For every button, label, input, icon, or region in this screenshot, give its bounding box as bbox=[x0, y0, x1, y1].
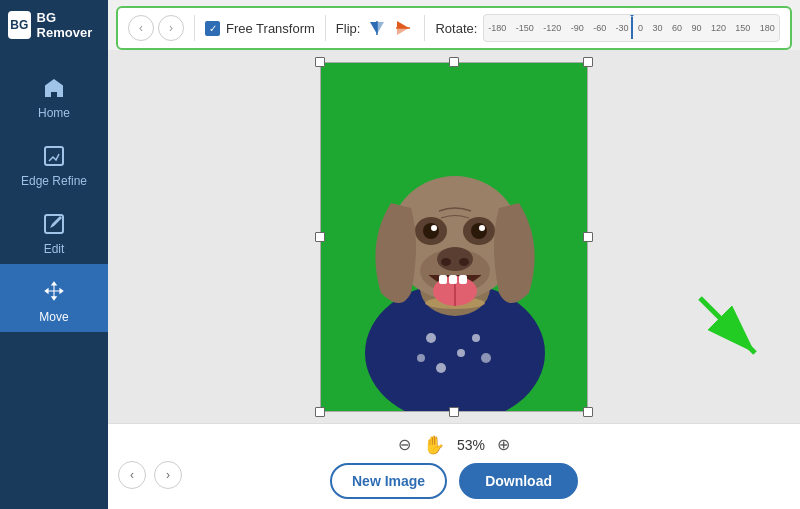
svg-point-14 bbox=[481, 353, 491, 363]
handle-bot-mid[interactable] bbox=[449, 407, 459, 417]
svg-point-30 bbox=[471, 223, 487, 239]
image-display bbox=[320, 62, 588, 412]
rotate-label: Rotate: bbox=[435, 21, 477, 36]
svg-line-34 bbox=[700, 298, 755, 353]
action-buttons: New Image Download bbox=[330, 463, 578, 499]
handle-mid-left[interactable] bbox=[315, 232, 325, 242]
svg-point-11 bbox=[436, 363, 446, 373]
sidebar-item-edge-refine[interactable]: Edge Refine bbox=[0, 128, 108, 196]
zoom-value: 53% bbox=[457, 437, 485, 453]
handle-bot-left[interactable] bbox=[315, 407, 325, 417]
forward-button[interactable]: › bbox=[158, 15, 184, 41]
flip-section: Flip: bbox=[336, 17, 415, 39]
move-icon bbox=[38, 276, 70, 308]
sidebar: BG BG Remover Home Edge Refine bbox=[0, 0, 108, 509]
sidebar-item-move[interactable]: Move bbox=[0, 264, 108, 332]
edit-label: Edit bbox=[44, 242, 65, 256]
canvas-area[interactable] bbox=[108, 50, 800, 423]
svg-point-9 bbox=[426, 333, 436, 343]
edit-icon bbox=[38, 208, 70, 240]
download-button[interactable]: Download bbox=[459, 463, 578, 499]
prev-arrow[interactable]: ‹ bbox=[118, 461, 146, 489]
svg-marker-5 bbox=[397, 21, 409, 28]
bottom-nav-arrows: ‹ › bbox=[118, 461, 182, 489]
svg-rect-24 bbox=[439, 275, 447, 284]
zoom-in-icon[interactable]: ⊕ bbox=[497, 435, 510, 454]
move-label: Move bbox=[39, 310, 68, 324]
sidebar-item-home[interactable]: Home bbox=[0, 60, 108, 128]
toolbar-divider bbox=[194, 15, 195, 41]
svg-point-13 bbox=[417, 354, 425, 362]
home-icon bbox=[38, 72, 70, 104]
flip-horizontal-icon[interactable] bbox=[366, 17, 388, 39]
handle-top-right[interactable] bbox=[583, 57, 593, 67]
svg-rect-25 bbox=[449, 275, 457, 284]
svg-point-20 bbox=[441, 258, 451, 266]
image-container[interactable] bbox=[320, 62, 588, 412]
ruler-marker bbox=[631, 17, 633, 39]
arrow-pointer bbox=[690, 288, 770, 368]
svg-point-12 bbox=[472, 334, 480, 342]
edge-refine-label: Edge Refine bbox=[21, 174, 87, 188]
svg-rect-0 bbox=[45, 147, 63, 165]
home-label: Home bbox=[38, 106, 70, 120]
svg-point-31 bbox=[431, 225, 437, 231]
flip-vertical-icon[interactable] bbox=[392, 17, 414, 39]
app-title: BG Remover bbox=[37, 10, 100, 40]
sidebar-nav: Home Edge Refine Edit bbox=[0, 50, 108, 332]
handle-bot-right[interactable] bbox=[583, 407, 593, 417]
hand-tool-icon[interactable]: ✋ bbox=[423, 434, 445, 456]
dog-image bbox=[321, 63, 588, 412]
svg-point-19 bbox=[437, 247, 473, 271]
rotate-section: Rotate: -180-150-120-90-60-3003060901201… bbox=[435, 14, 780, 42]
sidebar-item-edit[interactable]: Edit bbox=[0, 196, 108, 264]
zoom-out-icon[interactable]: ⊖ bbox=[398, 435, 411, 454]
toolbar: ‹ › ✓ Free Transform Flip: bbox=[116, 6, 792, 50]
rotate-ruler[interactable]: -180-150-120-90-60-300306090120150180 bbox=[483, 14, 780, 42]
back-button[interactable]: ‹ bbox=[128, 15, 154, 41]
svg-marker-2 bbox=[370, 22, 377, 34]
svg-point-21 bbox=[459, 258, 469, 266]
toolbar-nav: ‹ › bbox=[128, 15, 184, 41]
handle-mid-right[interactable] bbox=[583, 232, 593, 242]
next-arrow[interactable]: › bbox=[154, 461, 182, 489]
new-image-button[interactable]: New Image bbox=[330, 463, 447, 499]
handle-top-left[interactable] bbox=[315, 57, 325, 67]
svg-point-32 bbox=[479, 225, 485, 231]
svg-point-10 bbox=[457, 349, 465, 357]
sidebar-header: BG BG Remover bbox=[0, 0, 108, 50]
svg-point-29 bbox=[423, 223, 439, 239]
toolbar-divider2 bbox=[325, 15, 326, 41]
flip-label: Flip: bbox=[336, 21, 361, 36]
flip-icons bbox=[366, 17, 414, 39]
toolbar-divider3 bbox=[424, 15, 425, 41]
main-area: ‹ › ✓ Free Transform Flip: bbox=[108, 0, 800, 509]
bottom-bar: ⊖ ✋ 53% ⊕ New Image Download bbox=[108, 423, 800, 509]
free-transform-checkbox[interactable]: ✓ bbox=[205, 21, 220, 36]
zoom-controls: ⊖ ✋ 53% ⊕ bbox=[398, 434, 510, 456]
svg-rect-26 bbox=[459, 275, 467, 284]
app-logo: BG bbox=[8, 11, 31, 39]
svg-marker-3 bbox=[377, 22, 384, 34]
edge-refine-icon bbox=[38, 140, 70, 172]
free-transform-label: Free Transform bbox=[226, 21, 315, 36]
svg-marker-6 bbox=[397, 28, 409, 35]
handle-top-mid[interactable] bbox=[449, 57, 459, 67]
free-transform-section: ✓ Free Transform bbox=[205, 21, 315, 36]
